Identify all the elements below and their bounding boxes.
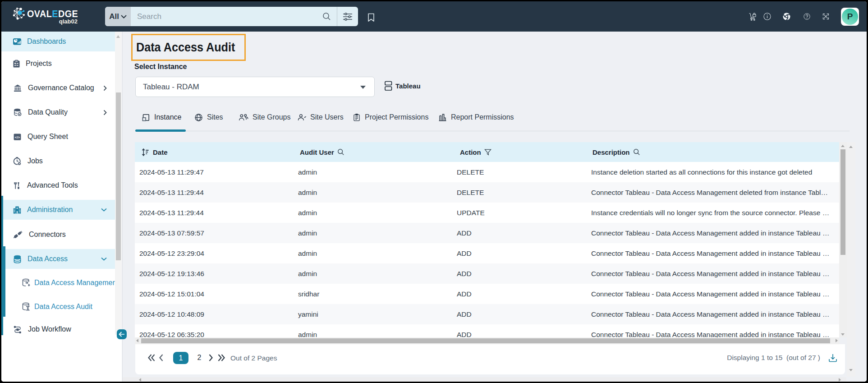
svg-text:</>: </>: [15, 135, 20, 139]
